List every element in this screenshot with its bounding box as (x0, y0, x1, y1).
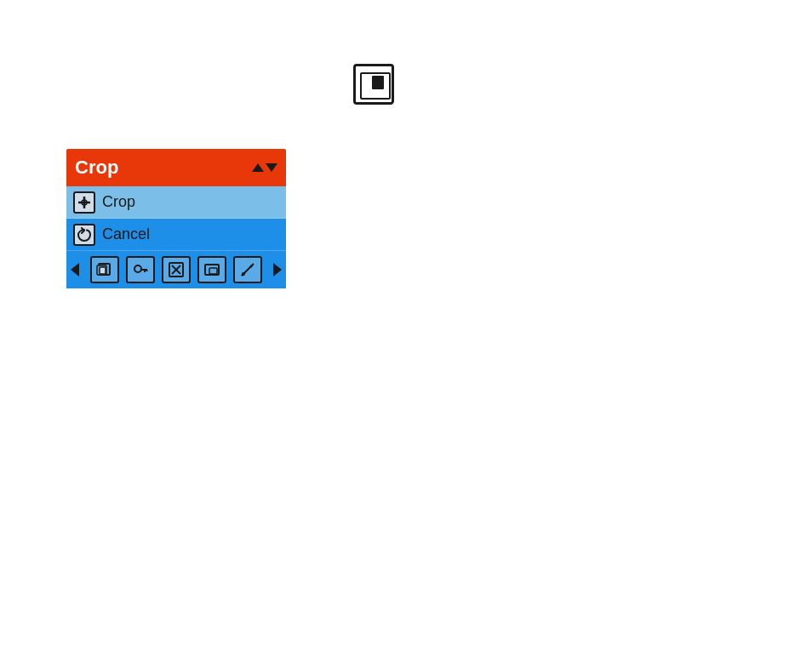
widget-toolbar (66, 251, 286, 288)
toolbar-btn-edit[interactable] (233, 256, 262, 283)
edit-icon (239, 261, 256, 278)
toolbar-btn-close-box[interactable] (162, 256, 191, 283)
menu-item-crop[interactable]: Crop (66, 186, 286, 219)
toolbar-btn-key[interactable] (126, 256, 155, 283)
menu-item-cancel[interactable]: Cancel (66, 219, 286, 251)
widget-menu: Crop Cancel (66, 186, 286, 251)
layers-icon (96, 261, 113, 278)
crop-icon-svg (77, 195, 92, 210)
window-icon-inner (360, 72, 387, 96)
close-box-icon (168, 261, 185, 278)
right-arrow-icon (273, 263, 282, 277)
sort-arrows[interactable] (252, 163, 277, 172)
svg-point-6 (134, 265, 141, 272)
svg-rect-5 (100, 267, 106, 274)
toolbar-scroll-right[interactable] (269, 251, 286, 288)
left-arrow-icon (71, 263, 79, 277)
menu-item-cancel-label: Cancel (102, 225, 150, 243)
svg-line-18 (250, 265, 252, 267)
cancel-icon (73, 224, 95, 246)
toolbar-btn-layers[interactable] (90, 256, 119, 283)
sort-down-icon[interactable] (266, 163, 277, 172)
widget-title: Crop (75, 157, 118, 179)
toolbar-btn-rect[interactable] (197, 256, 226, 283)
toolbar-icon-group (83, 256, 269, 283)
cancel-icon-svg (77, 227, 92, 242)
svg-rect-14 (209, 268, 217, 274)
key-icon (132, 261, 149, 278)
window-layout-icon (353, 64, 394, 105)
sort-up-icon[interactable] (252, 163, 264, 172)
crop-widget: Crop Crop (66, 149, 286, 288)
svg-point-17 (242, 272, 245, 276)
crop-icon (73, 191, 95, 214)
rect-icon (203, 261, 220, 278)
widget-header: Crop (66, 149, 286, 186)
toolbar-scroll-left[interactable] (66, 251, 83, 288)
menu-item-crop-label: Crop (102, 193, 135, 211)
